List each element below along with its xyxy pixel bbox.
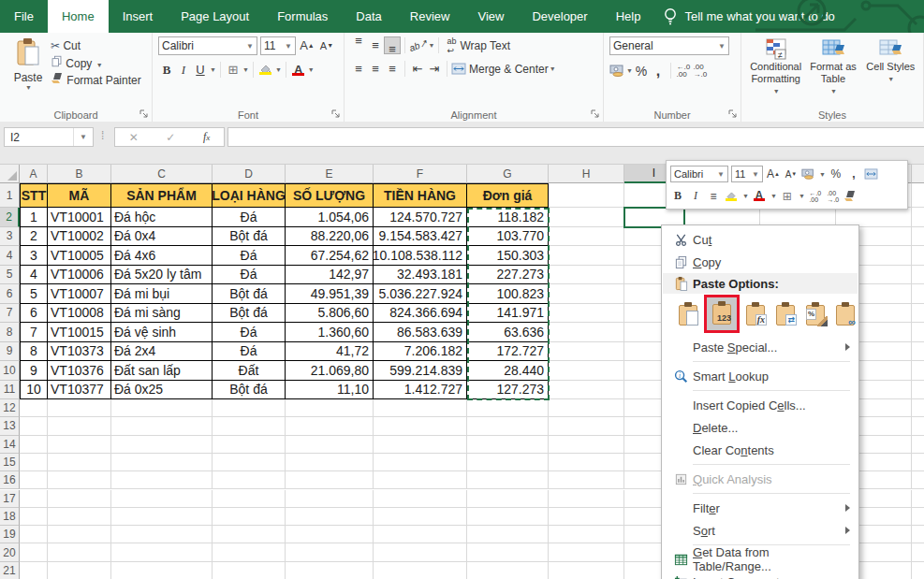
cell-M20[interactable]: [912, 543, 924, 561]
cell-C13[interactable]: [111, 417, 213, 435]
row-header-16[interactable]: 16: [0, 471, 20, 489]
cell-F14[interactable]: [374, 436, 467, 454]
column-header-H[interactable]: H: [549, 165, 624, 183]
cell-G16[interactable]: [467, 471, 549, 489]
cell-A8[interactable]: 7: [20, 323, 48, 342]
menu-item-insert-copied-cells[interactable]: Insert Copied Cells...: [663, 394, 858, 416]
cell-B9[interactable]: VT10373: [48, 342, 111, 362]
cell-C19[interactable]: [111, 526, 213, 543]
cell-C14[interactable]: [111, 436, 213, 454]
cell-F4[interactable]: 10.108.538.112: [374, 246, 467, 266]
cell-H1[interactable]: [549, 183, 624, 208]
cell-M19[interactable]: [912, 526, 924, 543]
cell-D19[interactable]: [213, 526, 286, 543]
cell-styles-button[interactable]: Cell Styles▼: [862, 36, 919, 107]
mini-borders-button[interactable]: ⊞: [780, 188, 795, 204]
column-header-F[interactable]: F: [374, 165, 467, 183]
cell-H2[interactable]: [549, 208, 624, 227]
cell-G20[interactable]: [467, 543, 549, 561]
paste-option-transpose[interactable]: ⇄: [773, 302, 798, 326]
cell-A14[interactable]: [20, 436, 48, 454]
formula-bar-grip[interactable]: ⁞: [101, 129, 104, 142]
cell-H4[interactable]: [549, 246, 624, 266]
cell-A19[interactable]: [20, 526, 48, 543]
cell-E17[interactable]: [286, 490, 374, 508]
mini-borders-dropdown[interactable]: ▼: [799, 193, 805, 199]
cell-A3[interactable]: 2: [20, 227, 48, 247]
mini-center-button[interactable]: ≡: [706, 188, 721, 204]
cell-B12[interactable]: [48, 399, 111, 417]
cell-B10[interactable]: VT10376: [48, 361, 111, 381]
cell-F16[interactable]: [374, 471, 467, 489]
cell-H6[interactable]: [549, 284, 624, 304]
cell-G9[interactable]: 172.727: [467, 342, 549, 362]
cell-M13[interactable]: [912, 417, 924, 435]
tab-insert[interactable]: Insert: [109, 0, 168, 33]
row-header-8[interactable]: 8: [0, 323, 20, 342]
cell-M10[interactable]: [912, 361, 924, 381]
font-size-select[interactable]: 11▼: [260, 36, 296, 55]
conditional-formatting-button[interactable]: ≠ Conditional Formatting▼: [747, 36, 804, 107]
alignment-dialog-launcher[interactable]: [591, 109, 600, 119]
cell-A10[interactable]: 9: [20, 361, 48, 381]
cell-H16[interactable]: [549, 471, 624, 489]
cell-D17[interactable]: [213, 490, 286, 508]
cell-E4[interactable]: 67.254,62: [286, 246, 374, 266]
cell-B1[interactable]: MÃ: [48, 183, 111, 208]
cell-A5[interactable]: 4: [20, 266, 48, 285]
cell-A2[interactable]: 1: [20, 208, 48, 227]
cell-E12[interactable]: [286, 399, 374, 417]
menu-item-delete[interactable]: Delete...: [663, 416, 858, 439]
cell-C11[interactable]: Đá 0x25: [111, 381, 213, 400]
column-header-B[interactable]: B: [48, 165, 111, 183]
cell-A12[interactable]: [20, 399, 48, 417]
cell-G3[interactable]: 103.770: [467, 227, 549, 247]
cell-D15[interactable]: [213, 454, 286, 471]
column-header-M[interactable]: M: [912, 165, 924, 183]
mini-percent-button[interactable]: %: [829, 166, 843, 182]
row-header-15[interactable]: 15: [0, 454, 20, 471]
cell-B8[interactable]: VT10015: [48, 323, 111, 342]
cell-E3[interactable]: 88.220,06: [286, 227, 374, 247]
cell-C16[interactable]: [111, 471, 213, 489]
cell-D11[interactable]: Bột đá: [213, 381, 286, 400]
cell-H20[interactable]: [549, 543, 624, 561]
paste-option-paste[interactable]: [676, 302, 700, 326]
top-align-button[interactable]: ≡: [350, 36, 367, 54]
menu-item-cut[interactable]: Cut: [663, 228, 858, 251]
cell-M9[interactable]: [912, 342, 924, 362]
borders-button[interactable]: ⊞: [225, 61, 242, 79]
cell-E20[interactable]: [286, 543, 374, 561]
cell-D8[interactable]: Đá: [213, 323, 286, 342]
row-header-14[interactable]: 14: [0, 436, 20, 454]
row-header-21[interactable]: 21: [0, 562, 20, 579]
cell-B5[interactable]: VT10006: [48, 266, 111, 285]
cell-D21[interactable]: [213, 562, 286, 579]
cell-B16[interactable]: [48, 471, 111, 489]
cell-F9[interactable]: 7.206.182: [374, 342, 467, 362]
row-header-13[interactable]: 13: [0, 417, 20, 435]
align-center-button[interactable]: ≡: [367, 60, 384, 78]
cell-B2[interactable]: VT10001: [48, 208, 111, 227]
mini-comma-button[interactable]: ,: [846, 166, 861, 182]
cell-B17[interactable]: [48, 490, 111, 508]
decrease-indent-button[interactable]: ⇤: [409, 60, 426, 78]
comma-style-button[interactable]: ,: [650, 62, 667, 80]
merge-center-dropdown[interactable]: ▼: [550, 65, 556, 72]
name-box[interactable]: I2▼: [4, 127, 94, 147]
mini-bold-button[interactable]: B: [670, 188, 685, 204]
cell-E6[interactable]: 49.951,39: [286, 284, 374, 304]
cell-F6[interactable]: 5.036.227.924: [374, 284, 467, 304]
cell-E18[interactable]: [286, 508, 374, 526]
cell-H18[interactable]: [549, 508, 624, 526]
cell-A17[interactable]: [20, 490, 48, 508]
wrap-text-button[interactable]: Wrap Text: [460, 39, 510, 52]
font-dialog-launcher[interactable]: [331, 109, 341, 119]
cell-A16[interactable]: [20, 471, 48, 489]
enter-icon[interactable]: ✓: [166, 131, 175, 144]
tab-file[interactable]: File: [0, 0, 48, 33]
orientation-button[interactable]: ab↗: [406, 34, 430, 57]
cell-H7[interactable]: [549, 304, 624, 324]
mini-font-size-select[interactable]: 11▼: [731, 166, 763, 182]
cell-D14[interactable]: [213, 436, 286, 454]
